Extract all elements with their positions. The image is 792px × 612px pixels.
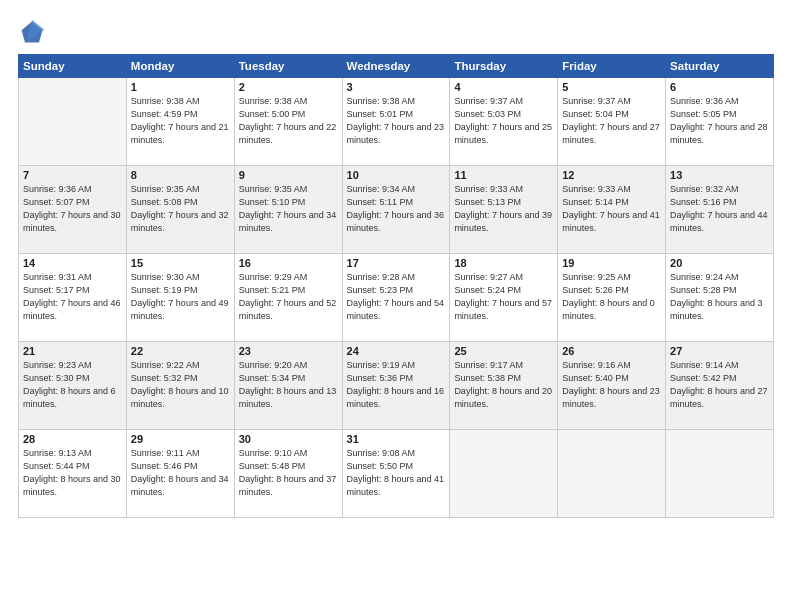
calendar-day-cell: 16Sunrise: 9:29 AMSunset: 5:21 PMDayligh… — [234, 254, 342, 342]
day-info: Sunrise: 9:37 AMSunset: 5:03 PMDaylight:… — [454, 95, 553, 147]
day-info: Sunrise: 9:10 AMSunset: 5:48 PMDaylight:… — [239, 447, 338, 499]
calendar-day-cell: 11Sunrise: 9:33 AMSunset: 5:13 PMDayligh… — [450, 166, 558, 254]
day-number: 7 — [23, 169, 122, 181]
day-info: Sunrise: 9:23 AMSunset: 5:30 PMDaylight:… — [23, 359, 122, 411]
calendar-day-cell: 15Sunrise: 9:30 AMSunset: 5:19 PMDayligh… — [126, 254, 234, 342]
calendar-day-cell: 10Sunrise: 9:34 AMSunset: 5:11 PMDayligh… — [342, 166, 450, 254]
day-number: 29 — [131, 433, 230, 445]
day-info: Sunrise: 9:24 AMSunset: 5:28 PMDaylight:… — [670, 271, 769, 323]
day-number: 15 — [131, 257, 230, 269]
day-number: 30 — [239, 433, 338, 445]
day-info: Sunrise: 9:17 AMSunset: 5:38 PMDaylight:… — [454, 359, 553, 411]
day-number: 26 — [562, 345, 661, 357]
day-info: Sunrise: 9:11 AMSunset: 5:46 PMDaylight:… — [131, 447, 230, 499]
day-number: 19 — [562, 257, 661, 269]
day-number: 12 — [562, 169, 661, 181]
calendar-day-cell: 14Sunrise: 9:31 AMSunset: 5:17 PMDayligh… — [19, 254, 127, 342]
day-of-week-header: Saturday — [666, 55, 774, 78]
calendar-day-cell: 9Sunrise: 9:35 AMSunset: 5:10 PMDaylight… — [234, 166, 342, 254]
day-info: Sunrise: 9:35 AMSunset: 5:10 PMDaylight:… — [239, 183, 338, 235]
day-number: 25 — [454, 345, 553, 357]
day-info: Sunrise: 9:38 AMSunset: 5:00 PMDaylight:… — [239, 95, 338, 147]
day-number: 17 — [347, 257, 446, 269]
day-info: Sunrise: 9:08 AMSunset: 5:50 PMDaylight:… — [347, 447, 446, 499]
calendar-day-cell — [666, 430, 774, 518]
calendar-day-cell: 28Sunrise: 9:13 AMSunset: 5:44 PMDayligh… — [19, 430, 127, 518]
day-info: Sunrise: 9:35 AMSunset: 5:08 PMDaylight:… — [131, 183, 230, 235]
calendar-week-row: 28Sunrise: 9:13 AMSunset: 5:44 PMDayligh… — [19, 430, 774, 518]
calendar-week-row: 14Sunrise: 9:31 AMSunset: 5:17 PMDayligh… — [19, 254, 774, 342]
calendar-week-row: 1Sunrise: 9:38 AMSunset: 4:59 PMDaylight… — [19, 78, 774, 166]
day-of-week-header: Wednesday — [342, 55, 450, 78]
day-info: Sunrise: 9:25 AMSunset: 5:26 PMDaylight:… — [562, 271, 661, 323]
day-info: Sunrise: 9:34 AMSunset: 5:11 PMDaylight:… — [347, 183, 446, 235]
calendar-day-cell: 8Sunrise: 9:35 AMSunset: 5:08 PMDaylight… — [126, 166, 234, 254]
calendar-day-cell: 19Sunrise: 9:25 AMSunset: 5:26 PMDayligh… — [558, 254, 666, 342]
day-info: Sunrise: 9:27 AMSunset: 5:24 PMDaylight:… — [454, 271, 553, 323]
calendar-day-cell: 4Sunrise: 9:37 AMSunset: 5:03 PMDaylight… — [450, 78, 558, 166]
calendar-day-cell: 23Sunrise: 9:20 AMSunset: 5:34 PMDayligh… — [234, 342, 342, 430]
day-of-week-header: Tuesday — [234, 55, 342, 78]
day-info: Sunrise: 9:22 AMSunset: 5:32 PMDaylight:… — [131, 359, 230, 411]
day-number: 4 — [454, 81, 553, 93]
day-number: 13 — [670, 169, 769, 181]
day-number: 9 — [239, 169, 338, 181]
calendar-day-cell: 21Sunrise: 9:23 AMSunset: 5:30 PMDayligh… — [19, 342, 127, 430]
calendar-day-cell: 27Sunrise: 9:14 AMSunset: 5:42 PMDayligh… — [666, 342, 774, 430]
day-number: 3 — [347, 81, 446, 93]
day-number: 16 — [239, 257, 338, 269]
day-number: 11 — [454, 169, 553, 181]
day-info: Sunrise: 9:14 AMSunset: 5:42 PMDaylight:… — [670, 359, 769, 411]
logo-icon — [18, 18, 46, 46]
day-number: 28 — [23, 433, 122, 445]
calendar-day-cell: 30Sunrise: 9:10 AMSunset: 5:48 PMDayligh… — [234, 430, 342, 518]
day-of-week-header: Monday — [126, 55, 234, 78]
day-info: Sunrise: 9:19 AMSunset: 5:36 PMDaylight:… — [347, 359, 446, 411]
calendar-day-cell: 22Sunrise: 9:22 AMSunset: 5:32 PMDayligh… — [126, 342, 234, 430]
day-info: Sunrise: 9:13 AMSunset: 5:44 PMDaylight:… — [23, 447, 122, 499]
calendar-day-cell: 31Sunrise: 9:08 AMSunset: 5:50 PMDayligh… — [342, 430, 450, 518]
calendar-day-cell: 6Sunrise: 9:36 AMSunset: 5:05 PMDaylight… — [666, 78, 774, 166]
day-info: Sunrise: 9:38 AMSunset: 4:59 PMDaylight:… — [131, 95, 230, 147]
calendar-day-cell: 18Sunrise: 9:27 AMSunset: 5:24 PMDayligh… — [450, 254, 558, 342]
day-number: 20 — [670, 257, 769, 269]
calendar-day-cell: 12Sunrise: 9:33 AMSunset: 5:14 PMDayligh… — [558, 166, 666, 254]
day-of-week-header: Sunday — [19, 55, 127, 78]
day-info: Sunrise: 9:33 AMSunset: 5:13 PMDaylight:… — [454, 183, 553, 235]
day-info: Sunrise: 9:32 AMSunset: 5:16 PMDaylight:… — [670, 183, 769, 235]
calendar-day-cell: 5Sunrise: 9:37 AMSunset: 5:04 PMDaylight… — [558, 78, 666, 166]
calendar-day-cell: 13Sunrise: 9:32 AMSunset: 5:16 PMDayligh… — [666, 166, 774, 254]
calendar-week-row: 7Sunrise: 9:36 AMSunset: 5:07 PMDaylight… — [19, 166, 774, 254]
calendar-day-cell: 25Sunrise: 9:17 AMSunset: 5:38 PMDayligh… — [450, 342, 558, 430]
day-of-week-header: Friday — [558, 55, 666, 78]
calendar-day-cell: 3Sunrise: 9:38 AMSunset: 5:01 PMDaylight… — [342, 78, 450, 166]
day-info: Sunrise: 9:33 AMSunset: 5:14 PMDaylight:… — [562, 183, 661, 235]
header — [18, 18, 774, 46]
calendar-day-cell: 7Sunrise: 9:36 AMSunset: 5:07 PMDaylight… — [19, 166, 127, 254]
logo — [18, 18, 50, 46]
day-info: Sunrise: 9:36 AMSunset: 5:07 PMDaylight:… — [23, 183, 122, 235]
day-number: 31 — [347, 433, 446, 445]
day-number: 8 — [131, 169, 230, 181]
page: SundayMondayTuesdayWednesdayThursdayFrid… — [0, 0, 792, 612]
day-info: Sunrise: 9:38 AMSunset: 5:01 PMDaylight:… — [347, 95, 446, 147]
calendar: SundayMondayTuesdayWednesdayThursdayFrid… — [18, 54, 774, 518]
day-number: 21 — [23, 345, 122, 357]
calendar-week-row: 21Sunrise: 9:23 AMSunset: 5:30 PMDayligh… — [19, 342, 774, 430]
day-number: 27 — [670, 345, 769, 357]
calendar-day-cell: 29Sunrise: 9:11 AMSunset: 5:46 PMDayligh… — [126, 430, 234, 518]
calendar-day-cell: 2Sunrise: 9:38 AMSunset: 5:00 PMDaylight… — [234, 78, 342, 166]
day-info: Sunrise: 9:37 AMSunset: 5:04 PMDaylight:… — [562, 95, 661, 147]
day-info: Sunrise: 9:20 AMSunset: 5:34 PMDaylight:… — [239, 359, 338, 411]
calendar-day-cell: 20Sunrise: 9:24 AMSunset: 5:28 PMDayligh… — [666, 254, 774, 342]
calendar-day-cell — [558, 430, 666, 518]
day-number: 24 — [347, 345, 446, 357]
day-number: 1 — [131, 81, 230, 93]
calendar-day-cell — [450, 430, 558, 518]
calendar-day-cell: 26Sunrise: 9:16 AMSunset: 5:40 PMDayligh… — [558, 342, 666, 430]
day-info: Sunrise: 9:16 AMSunset: 5:40 PMDaylight:… — [562, 359, 661, 411]
calendar-day-cell: 24Sunrise: 9:19 AMSunset: 5:36 PMDayligh… — [342, 342, 450, 430]
calendar-header-row: SundayMondayTuesdayWednesdayThursdayFrid… — [19, 55, 774, 78]
day-number: 6 — [670, 81, 769, 93]
day-of-week-header: Thursday — [450, 55, 558, 78]
